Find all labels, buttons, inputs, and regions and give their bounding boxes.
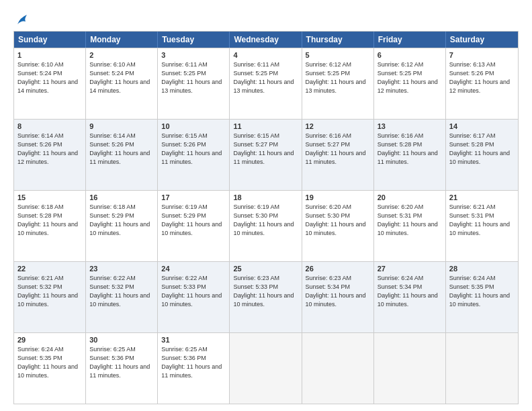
header-day-saturday: Saturday [446,32,518,48]
day-info: Sunrise: 6:12 AMSunset: 5:25 PMDaylight:… [378,60,442,95]
calendar-cell-day-21: 21Sunrise: 6:21 AMSunset: 5:31 PMDayligh… [446,191,518,261]
day-info: Sunrise: 6:24 AMSunset: 5:35 PMDaylight:… [17,345,82,380]
day-number: 26 [306,265,370,273]
logo [13,12,30,24]
day-info: Sunrise: 6:14 AMSunset: 5:26 PMDaylight:… [89,132,154,167]
day-number: 21 [449,193,515,201]
day-number: 1 [17,51,82,59]
day-number: 17 [161,193,226,201]
day-info: Sunrise: 6:23 AMSunset: 5:34 PMDaylight:… [306,274,370,309]
calendar-cell-day-23: 23Sunrise: 6:22 AMSunset: 5:32 PMDayligh… [86,262,158,332]
day-info: Sunrise: 6:11 AMSunset: 5:25 PMDaylight:… [161,60,226,95]
day-number: 29 [17,336,82,344]
header-day-tuesday: Tuesday [158,32,230,48]
day-number: 13 [378,122,442,130]
header-day-wednesday: Wednesday [230,32,302,48]
calendar-week-3: 15Sunrise: 6:18 AMSunset: 5:28 PMDayligh… [14,190,518,261]
calendar-body: 1Sunrise: 6:10 AMSunset: 5:24 PMDaylight… [14,48,518,404]
day-number: 25 [233,265,298,273]
day-number: 15 [17,193,82,201]
day-number: 18 [233,193,298,201]
day-number: 11 [233,122,298,130]
calendar-cell-day-17: 17Sunrise: 6:19 AMSunset: 5:29 PMDayligh… [158,191,230,261]
day-info: Sunrise: 6:24 AMSunset: 5:35 PMDaylight:… [449,274,515,309]
calendar-cell-day-15: 15Sunrise: 6:18 AMSunset: 5:28 PMDayligh… [14,191,86,261]
calendar-week-4: 22Sunrise: 6:21 AMSunset: 5:32 PMDayligh… [14,261,518,332]
day-number: 9 [89,122,154,130]
day-info: Sunrise: 6:15 AMSunset: 5:26 PMDaylight:… [161,132,226,167]
day-number: 3 [161,51,226,59]
day-info: Sunrise: 6:23 AMSunset: 5:33 PMDaylight:… [233,274,298,309]
day-info: Sunrise: 6:22 AMSunset: 5:33 PMDaylight:… [161,274,226,309]
day-number: 28 [449,265,515,273]
calendar-cell-day-9: 9Sunrise: 6:14 AMSunset: 5:26 PMDaylight… [86,120,158,190]
calendar-cell-day-1: 1Sunrise: 6:10 AMSunset: 5:24 PMDaylight… [14,48,86,119]
day-info: Sunrise: 6:12 AMSunset: 5:25 PMDaylight:… [306,60,370,95]
day-number: 10 [161,122,226,130]
day-info: Sunrise: 6:24 AMSunset: 5:34 PMDaylight:… [378,274,442,309]
calendar-week-1: 1Sunrise: 6:10 AMSunset: 5:24 PMDaylight… [14,48,518,119]
calendar-cell-day-20: 20Sunrise: 6:20 AMSunset: 5:31 PMDayligh… [374,191,446,261]
day-info: Sunrise: 6:21 AMSunset: 5:32 PMDaylight:… [17,274,82,309]
day-info: Sunrise: 6:10 AMSunset: 5:24 PMDaylight:… [17,60,82,95]
calendar-cell-day-14: 14Sunrise: 6:17 AMSunset: 5:28 PMDayligh… [446,120,518,190]
calendar-cell-day-12: 12Sunrise: 6:16 AMSunset: 5:27 PMDayligh… [302,120,374,190]
day-info: Sunrise: 6:21 AMSunset: 5:31 PMDaylight:… [449,203,515,238]
day-number: 16 [89,193,154,201]
calendar-cell-day-6: 6Sunrise: 6:12 AMSunset: 5:25 PMDaylight… [374,48,446,119]
day-info: Sunrise: 6:16 AMSunset: 5:27 PMDaylight:… [306,132,370,167]
day-number: 6 [378,51,442,59]
logo-bird-icon [15,12,30,27]
day-info: Sunrise: 6:20 AMSunset: 5:31 PMDaylight:… [378,203,442,238]
calendar-cell-day-7: 7Sunrise: 6:13 AMSunset: 5:26 PMDaylight… [446,48,518,119]
calendar-cell-day-26: 26Sunrise: 6:23 AMSunset: 5:34 PMDayligh… [302,262,374,332]
day-number: 20 [378,193,442,201]
day-number: 7 [449,51,515,59]
day-info: Sunrise: 6:22 AMSunset: 5:32 PMDaylight:… [89,274,154,309]
header-day-thursday: Thursday [302,32,374,48]
calendar-week-2: 8Sunrise: 6:14 AMSunset: 5:26 PMDaylight… [14,119,518,190]
day-info: Sunrise: 6:10 AMSunset: 5:24 PMDaylight:… [89,60,154,95]
calendar-cell-empty [446,333,518,404]
calendar-page: SundayMondayTuesdayWednesdayThursdayFrid… [0,0,532,411]
day-info: Sunrise: 6:19 AMSunset: 5:29 PMDaylight:… [161,203,226,238]
day-info: Sunrise: 6:20 AMSunset: 5:30 PMDaylight:… [306,203,370,238]
day-number: 22 [17,265,82,273]
day-number: 24 [161,265,226,273]
calendar-cell-empty [230,333,302,404]
day-info: Sunrise: 6:14 AMSunset: 5:26 PMDaylight:… [17,132,82,167]
header-day-friday: Friday [374,32,446,48]
calendar: SundayMondayTuesdayWednesdayThursdayFrid… [13,31,519,404]
day-info: Sunrise: 6:16 AMSunset: 5:28 PMDaylight:… [378,132,442,167]
calendar-cell-day-27: 27Sunrise: 6:24 AMSunset: 5:34 PMDayligh… [374,262,446,332]
calendar-cell-day-29: 29Sunrise: 6:24 AMSunset: 5:35 PMDayligh… [14,333,86,404]
calendar-cell-day-8: 8Sunrise: 6:14 AMSunset: 5:26 PMDaylight… [14,120,86,190]
day-info: Sunrise: 6:25 AMSunset: 5:36 PMDaylight:… [89,345,154,380]
day-info: Sunrise: 6:25 AMSunset: 5:36 PMDaylight:… [161,345,226,380]
calendar-week-5: 29Sunrise: 6:24 AMSunset: 5:35 PMDayligh… [14,332,518,404]
calendar-cell-day-31: 31Sunrise: 6:25 AMSunset: 5:36 PMDayligh… [158,333,230,404]
day-number: 8 [17,122,82,130]
day-number: 31 [161,336,226,344]
calendar-cell-day-10: 10Sunrise: 6:15 AMSunset: 5:26 PMDayligh… [158,120,230,190]
calendar-cell-day-30: 30Sunrise: 6:25 AMSunset: 5:36 PMDayligh… [86,333,158,404]
day-number: 14 [449,122,515,130]
calendar-cell-day-22: 22Sunrise: 6:21 AMSunset: 5:32 PMDayligh… [14,262,86,332]
calendar-cell-day-3: 3Sunrise: 6:11 AMSunset: 5:25 PMDaylight… [158,48,230,119]
calendar-header-row: SundayMondayTuesdayWednesdayThursdayFrid… [14,32,518,48]
calendar-cell-empty [374,333,446,404]
calendar-cell-day-18: 18Sunrise: 6:19 AMSunset: 5:30 PMDayligh… [230,191,302,261]
day-info: Sunrise: 6:17 AMSunset: 5:28 PMDaylight:… [449,132,515,167]
day-number: 12 [306,122,370,130]
day-number: 5 [306,51,370,59]
day-number: 19 [306,193,370,201]
calendar-cell-day-16: 16Sunrise: 6:18 AMSunset: 5:29 PMDayligh… [86,191,158,261]
calendar-cell-day-13: 13Sunrise: 6:16 AMSunset: 5:28 PMDayligh… [374,120,446,190]
header-day-monday: Monday [86,32,158,48]
calendar-cell-empty [302,333,374,404]
day-info: Sunrise: 6:15 AMSunset: 5:27 PMDaylight:… [233,132,298,167]
day-info: Sunrise: 6:11 AMSunset: 5:25 PMDaylight:… [233,60,298,95]
calendar-cell-day-11: 11Sunrise: 6:15 AMSunset: 5:27 PMDayligh… [230,120,302,190]
day-number: 4 [233,51,298,59]
calendar-cell-day-25: 25Sunrise: 6:23 AMSunset: 5:33 PMDayligh… [230,262,302,332]
